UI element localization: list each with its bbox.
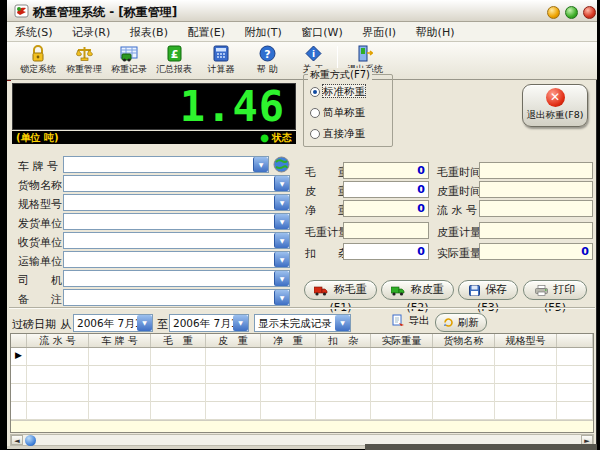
spec-model-combo[interactable]: ▼ <box>63 194 290 211</box>
records-table: 流 水 号 车 牌 号 毛 重 皮 重 净 重 扣 杂 实际重量 货物名称 规格… <box>10 333 594 433</box>
to-label: 至 <box>157 317 168 332</box>
weigh-tare-button[interactable]: 称皮重(F2) <box>381 280 454 300</box>
table-header-row: 流 水 号 车 牌 号 毛 重 皮 重 净 重 扣 杂 实际重量 货物名称 规格… <box>11 334 593 348</box>
toolbar: 锁定系统 称重管理 称重记录 £ 汇总报表 计算器 <box>7 42 597 80</box>
label-plate-no: 车 牌 号 <box>18 159 66 174</box>
weight-value: 1.46 <box>13 84 295 130</box>
chevron-down-icon[interactable]: ▼ <box>137 315 152 331</box>
summary-report-button[interactable]: £ 汇总报表 <box>151 44 197 78</box>
label-serial-no: 流 水 号 <box>437 203 477 218</box>
scrollbar-thumb[interactable] <box>25 435 36 446</box>
from-date-picker[interactable]: 2006年 7月19日▼ <box>73 314 153 332</box>
label-shipper: 发货单位 <box>18 216 66 231</box>
chevron-down-icon[interactable]: ▼ <box>253 157 268 172</box>
tare-time-field[interactable] <box>479 181 593 198</box>
label-receiver: 收货单位 <box>18 235 66 250</box>
driver-combo[interactable]: ▼ <box>63 270 290 287</box>
col-serial-no[interactable]: 流 水 号 <box>27 334 89 347</box>
close-x-icon: ✕ <box>546 88 565 107</box>
menu-addons[interactable]: 附加(T) <box>237 22 290 42</box>
svg-text:£: £ <box>170 48 178 61</box>
serial-no-field[interactable] <box>479 200 593 217</box>
menu-window[interactable]: 窗口(W) <box>293 22 350 42</box>
title-bar[interactable]: 称重管理系统 - [称重管理] <box>7 0 597 22</box>
col-plate-no[interactable]: 车 牌 号 <box>89 334 151 347</box>
maximize-button[interactable] <box>565 6 578 19</box>
chevron-down-icon[interactable]: ▼ <box>274 214 289 229</box>
about-icon: i <box>293 45 333 63</box>
goods-name-combo[interactable]: ▼ <box>63 175 290 192</box>
taskbar-fragment <box>365 444 597 450</box>
scroll-left-icon[interactable]: ◄ <box>11 435 23 445</box>
calculator-icon <box>201 45 241 63</box>
tare-meter-field[interactable] <box>479 222 593 239</box>
weigh-gross-button[interactable]: 称毛重(F1) <box>304 280 377 300</box>
table-new-row[interactable] <box>11 420 593 432</box>
close-button[interactable] <box>583 6 596 19</box>
col-deduction[interactable]: 扣 杂 <box>316 334 371 347</box>
weigh-records-button[interactable]: 称重记录 <box>107 44 151 78</box>
gross-weight-field[interactable]: 0 <box>343 162 429 179</box>
deduction-field[interactable]: 0 <box>343 243 429 260</box>
gross-meter-field[interactable] <box>343 222 429 239</box>
label-actual-weight: 实际重量 <box>437 246 481 261</box>
to-date-picker[interactable]: 2006年 7月19日▼ <box>169 314 249 332</box>
radio-direct-net[interactable]: 直接净重 <box>310 127 365 141</box>
gross-time-field[interactable] <box>479 162 593 179</box>
tare-weight-field[interactable]: 0 <box>343 181 429 198</box>
exit-weigh-button[interactable]: ✕ 退出称重(F8) <box>522 84 588 127</box>
label-transporter: 运输单位 <box>18 254 66 269</box>
table-gridlines <box>11 348 593 420</box>
globe-icon[interactable] <box>273 156 290 173</box>
radio-icon <box>310 129 320 139</box>
chevron-down-icon[interactable]: ▼ <box>274 233 289 248</box>
menu-help[interactable]: 帮助(H) <box>408 22 463 42</box>
label-gross-time: 毛重时间 <box>437 165 481 180</box>
col-net[interactable]: 净 重 <box>261 334 316 347</box>
current-row-marker-icon: ▶ <box>15 350 22 360</box>
menu-skin[interactable]: 界面(I) <box>354 22 404 42</box>
chevron-down-icon[interactable]: ▼ <box>274 176 289 191</box>
table-body[interactable]: ▶ <box>11 348 593 420</box>
export-button[interactable]: 导出 <box>392 314 430 332</box>
chevron-down-icon[interactable]: ▼ <box>274 290 289 305</box>
actual-weight-field[interactable]: 0 <box>479 243 593 260</box>
col-gross[interactable]: 毛 重 <box>151 334 206 347</box>
menu-reports[interactable]: 报表(B) <box>122 22 176 42</box>
col-tare[interactable]: 皮 重 <box>206 334 261 347</box>
svg-text:i: i <box>311 49 314 59</box>
refresh-button[interactable]: 刷新 <box>435 313 487 332</box>
net-weight-field[interactable]: 0 <box>343 200 429 217</box>
app-icon <box>14 3 30 19</box>
shipper-combo[interactable]: ▼ <box>63 213 290 230</box>
chevron-down-icon[interactable]: ▼ <box>233 315 248 331</box>
menu-records[interactable]: 记录(R) <box>64 22 118 42</box>
chevron-down-icon[interactable]: ▼ <box>274 271 289 286</box>
col-goods-name[interactable]: 货物名称 <box>433 334 495 347</box>
col-actual[interactable]: 实际重量 <box>371 334 433 347</box>
receiver-combo[interactable]: ▼ <box>63 232 290 249</box>
remark-combo[interactable]: ▼ <box>63 289 290 306</box>
lock-system-button[interactable]: 锁定系统 <box>15 44 61 78</box>
chevron-down-icon[interactable]: ▼ <box>274 252 289 267</box>
print-button[interactable]: 打印(F5) <box>523 280 587 300</box>
calculator-button[interactable]: 计算器 <box>201 44 241 78</box>
menu-config[interactable]: 配置(E) <box>179 22 233 42</box>
col-partial <box>557 334 593 347</box>
plate-no-combo[interactable]: ▼ <box>63 156 269 173</box>
weigh-manage-button[interactable]: 称重管理 <box>61 44 107 78</box>
record-filter-select[interactable]: 显示未完成记录▼ <box>254 314 351 332</box>
chevron-down-icon[interactable]: ▼ <box>274 195 289 210</box>
transporter-combo[interactable]: ▼ <box>63 251 290 268</box>
weigh-date-label: 过磅日期 <box>12 317 56 332</box>
col-spec-model[interactable]: 规格型号 <box>495 334 557 347</box>
row-selector-header <box>11 334 27 347</box>
save-button[interactable]: 保存(F3) <box>458 280 518 300</box>
exit-door-icon <box>343 45 387 63</box>
minimize-button[interactable] <box>547 6 560 19</box>
radio-standard-weigh[interactable]: 标准称重 <box>310 85 365 99</box>
radio-simple-weigh[interactable]: 简单称重 <box>310 106 365 120</box>
menu-system[interactable]: 系统(S) <box>7 22 61 42</box>
chevron-down-icon[interactable]: ▼ <box>335 315 350 331</box>
help-button[interactable]: ? 帮 助 <box>247 44 287 78</box>
